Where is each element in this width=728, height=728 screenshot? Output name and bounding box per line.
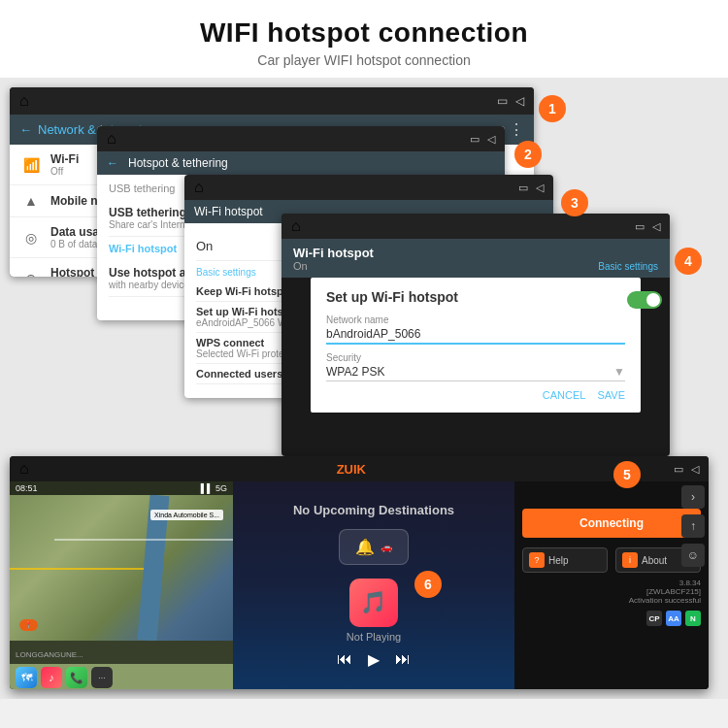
hotspot-icon: ⊕ [21,271,41,278]
screen4-network-label: Network name [326,314,625,325]
data-icon: ◎ [21,230,41,246]
nav-notification-box[interactable]: 🔔 🚗 [339,529,409,565]
screen5-main-content: 08:51 ▌▌ 5G Xinda Automobile S... 📍 LONG… [10,481,709,689]
home-icon-5: ⌂ [19,460,29,478]
apple-icons-row: 🗺 ♪ 📞 ⋯ [10,664,233,689]
android-bar-3: ⌂ ▭ ◁ [184,175,553,200]
screen4-bg-title: Wi-Fi hotspot [293,246,374,260]
nav-icons-2: ▭ ◁ [470,133,495,146]
arrow-up-icon[interactable]: ↑ [681,514,705,538]
music-icon-box[interactable]: 🎵 [349,579,398,627]
screen4-dialog: Set up Wi-Fi hotspot Network name bAndro… [311,278,641,413]
prev-button[interactable]: ⏮ [337,650,352,669]
home-icon-2: ⌂ [107,130,116,148]
navi-icon: N [685,611,701,626]
more-icon-1[interactable]: ⋮ [509,120,524,139]
step-badge-2: 2 [514,141,542,168]
map-time: 08:51 [16,483,38,493]
header: WIFI hotspot connection Car player WIFI … [0,0,728,78]
carplay-area: No Upcoming Destinations 🔔 🚗 🎵 Not Playi… [233,481,514,689]
nav-box-text: 🚗 [381,542,392,552]
map-bottom-bar: LONGGANGUNE... [10,641,233,664]
home-icon-3: ⌂ [194,179,204,196]
brand-logo: ZUIK [337,462,366,477]
player-controls: ⏮ ▶ ⏭ [337,650,411,669]
android-bar-1: ⌂ ▭ ◁ [10,87,534,115]
screen4-setup-dialog: ⌂ ▭ ◁ Wi-Fi hotspot On Basic settings Se… [281,214,670,456]
recent-icon-2: ▭ [470,133,480,146]
android-bar-4: ⌂ ▭ ◁ [281,214,670,239]
map-area: 08:51 ▌▌ 5G Xinda Automobile S... 📍 LONG… [10,481,233,689]
nav-icons-3: ▭ ◁ [518,182,544,194]
help-button[interactable]: ? Help [522,547,608,573]
screen2-topbar: ← Hotspot & tethering [97,151,505,175]
home-icon-1: ⌂ [19,92,29,110]
screen5-car-player: ⌂ ZUIK ▭ ◁ 08:51 ▌▌ 5G Xinda Automobile … [10,456,709,689]
screen3-title: Wi-Fi hotspot [194,205,263,218]
carplay-brand-icon: CP [646,611,662,626]
map-background[interactable]: Xinda Automobile S... 📍 [10,495,233,641]
toggle-on-4[interactable] [627,291,662,309]
page-title: WIFI hotspot connection [10,17,718,49]
screen4-actions: CANCEL SAVE [326,389,625,401]
screen4-dropdown-icon: ▼ [613,365,625,379]
android-bar-5: ⌂ ZUIK ▭ ◁ [10,456,709,481]
map-road-1 [54,539,233,541]
right-panel: › ↑ ☺ Connecting ? Help i About 3. [514,481,709,689]
phone-icon[interactable]: 📞 [66,667,87,688]
music-icon[interactable]: ♪ [41,667,62,688]
screen4-bg: Wi-Fi hotspot On Basic settings [281,239,670,278]
screen4-dialog-title: Set up Wi-Fi hotspot [326,289,625,305]
back-icon-2: ◁ [487,133,495,146]
recent-icon-3: ▭ [518,182,528,194]
main-area: ⌂ ▭ ◁ ← Network & Internet ⋮ 📶 Wi-FiOff … [0,78,728,699]
back-arrow-2[interactable]: ← [107,156,118,170]
help-icon: ? [529,552,545,568]
connecting-button[interactable]: Connecting [522,509,701,538]
nav-icons-5: ▭ ◁ [674,463,699,476]
android-bar-2: ⌂ ▭ ◁ [97,126,505,151]
back-icon-1: ◁ [515,94,524,108]
about-label: About [642,555,667,566]
android-auto-icon: AA [666,611,681,626]
music-section: 🎵 Not Playing [347,579,401,643]
nav-icons-1: ▭ ◁ [497,94,524,108]
page-subtitle: Car player WIFI hotspot connection [10,52,718,68]
no-destinations-label: No Upcoming Destinations [293,503,454,517]
screen4-basic-label: Basic settings [598,260,658,272]
play-button[interactable]: ▶ [368,650,380,669]
step-badge-6: 6 [414,571,442,598]
brand-icons-row: CP AA N [522,611,701,626]
screen4-toggle [627,291,662,309]
smiley-icon[interactable]: ☺ [681,544,705,567]
wifi-icon: 📶 [21,157,41,173]
bell-icon: 🔔 [355,538,375,556]
step-badge-1: 1 [539,95,566,122]
back-icon-5: ◁ [691,463,699,476]
help-label: Help [548,555,569,566]
back-icon-4: ◁ [652,220,660,233]
chevron-right-icon[interactable]: › [681,485,705,509]
version-info: 3.8.34 [ZWLABCF215] Activation successfu… [522,579,701,605]
recent-icon-5: ▭ [674,463,683,476]
maps-icon[interactable]: 🗺 [16,667,37,688]
back-arrow-1[interactable]: ← [19,122,32,137]
signal-icon: ▲ [21,193,41,209]
screen4-network-value[interactable]: bAndroidAP_5066 [326,327,625,345]
screen3-on-label: On [196,239,213,253]
screen4-bg-subtitle: On [293,260,374,272]
screen2-title: Hotspot & tethering [128,156,228,170]
screen4-security-value[interactable]: WPA2 PSK ▼ [326,365,625,381]
map-road-2 [10,568,144,570]
more-apps-icon[interactable]: ⋯ [91,667,113,688]
cancel-button[interactable]: CANCEL [543,389,586,401]
back-icon-3: ◁ [536,182,544,194]
right-side-icons: › ↑ ☺ [681,485,705,567]
step-badge-4: 4 [675,248,702,275]
map-signal: ▌▌ 5G [201,483,227,493]
recent-icon-1: ▭ [497,94,508,108]
not-playing-label: Not Playing [347,631,401,643]
step-badge-3: 3 [561,189,588,216]
next-button[interactable]: ⏭ [395,650,411,669]
save-button[interactable]: SAVE [597,389,625,401]
